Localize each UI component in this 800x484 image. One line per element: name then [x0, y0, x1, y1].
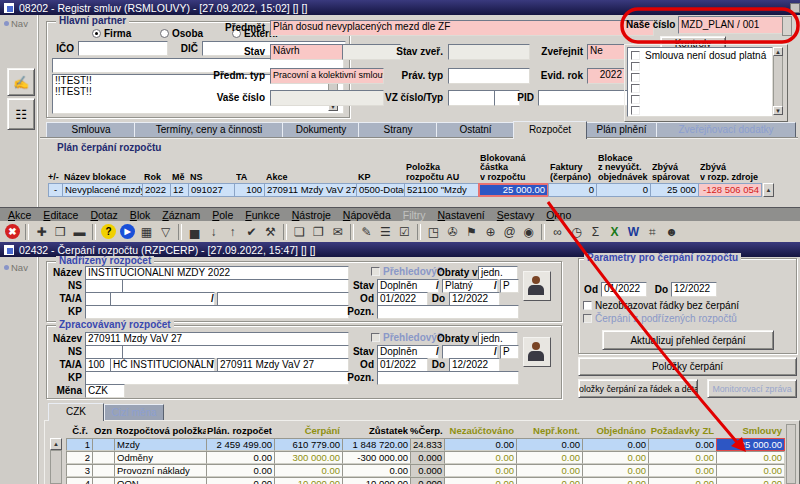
cr-cell[interactable]: 3	[66, 464, 93, 477]
registr-smluv-titlebar[interactable]: 08202 - Registr smluv (RSMLOUVY) - [27.0…	[0, 0, 800, 15]
list-icon[interactable]: ☰	[376, 223, 395, 240]
menu-editace[interactable]: Editace	[43, 209, 78, 221]
keyboard-icon[interactable]: ⌗	[643, 223, 662, 240]
ta-cell[interactable]: 100	[234, 183, 265, 197]
open-window-icon[interactable]: ◳	[424, 223, 443, 240]
predmet-field[interactable]: Plán dosud nevyplacených mezd dle ZF	[270, 20, 654, 36]
nezauctovano-cell[interactable]: 0.00	[444, 451, 517, 464]
close-icon[interactable]: ✖	[5, 224, 20, 239]
zpr-ns1-field[interactable]	[85, 345, 125, 359]
stav-field[interactable]: Návrh	[270, 44, 344, 60]
kp-cell[interactable]: 0500-Dotace	[356, 183, 405, 197]
polozka-cell[interactable]: 521100 "Mzdy	[404, 183, 479, 197]
nad-ta-name-field[interactable]	[110, 292, 215, 306]
report-list-button[interactable]: ☷	[7, 98, 35, 130]
nazev-blokace-cell[interactable]: Nevyplacené mzdy	[62, 183, 143, 197]
person-icon[interactable]: ☻	[662, 223, 681, 240]
save-icon[interactable]: ❒	[51, 223, 70, 240]
nepr-kont-cell[interactable]: 0.00	[516, 451, 583, 464]
menu-funkce[interactable]: Funkce	[245, 209, 279, 221]
nezobrazovat-checkbox[interactable]	[583, 301, 592, 310]
clock-icon[interactable]: ◷	[567, 223, 586, 240]
print-preview-icon[interactable]: ❐	[309, 223, 328, 240]
record-scroll-up-icon[interactable]: ▲	[50, 438, 62, 450]
zpr-obraty-field[interactable]: jedn.	[478, 332, 518, 346]
edit-icon[interactable]: ✎	[357, 223, 376, 240]
nezauctovano-cell[interactable]: 0.00	[444, 438, 517, 451]
sort-asc-icon[interactable]: ↑	[223, 223, 242, 240]
cerpani-cell[interactable]: 300 000.00	[274, 451, 343, 464]
attachment-icon[interactable]: ✇	[443, 223, 462, 240]
sort-desc-icon[interactable]: ↓	[204, 223, 223, 240]
kontroly-item-1[interactable]: Smlouva není dosud platná	[645, 50, 766, 61]
excel-icon[interactable]: X	[605, 223, 624, 240]
menu-dotaz[interactable]: Dotaz	[90, 209, 117, 221]
nad-ta-field[interactable]	[85, 292, 113, 306]
sum-icon[interactable]: Σ	[586, 223, 605, 240]
menu-nastroje[interactable]: Nástroje	[292, 209, 331, 221]
ozn-cell[interactable]	[92, 477, 115, 484]
nezobrazovat-label[interactable]: Nezobrazovat řádky bez čerpání	[595, 300, 739, 311]
zustatek-cell[interactable]: 1 848 720.00	[342, 438, 411, 451]
nad-od-field[interactable]: 01/2022	[377, 292, 428, 306]
tab-plan-plneni[interactable]: Plán plnění	[585, 122, 658, 138]
predm-typ-field[interactable]: Pracovní a kolektivní smlouvy	[270, 68, 384, 84]
plan-cell[interactable]: 2 459 499.00	[206, 438, 275, 451]
epo-stamp-button[interactable]: ✍	[7, 68, 35, 96]
smlouvy-cell[interactable]: 0.00	[716, 451, 785, 464]
chart-icon[interactable]: ▅	[185, 223, 204, 240]
kontroly-scrollbar[interactable]	[773, 47, 783, 115]
calendar-icon[interactable]: ▦	[137, 223, 156, 240]
vase-cislo-field[interactable]	[270, 90, 384, 106]
smlouvy-cell-selected[interactable]: 25 000.00	[716, 438, 785, 451]
ozn-cell[interactable]	[92, 464, 115, 477]
nad-obraty-field[interactable]: jedn.	[478, 266, 518, 280]
polozka-cell[interactable]: OON	[114, 477, 207, 484]
polozky-cerpani-button[interactable]: Položky čerpání	[578, 357, 797, 376]
zustatek-cell[interactable]: -300 000.00	[342, 451, 411, 464]
aktualizuj-button[interactable]: Aktualizuj přehled čerpání	[602, 330, 774, 350]
tab-strany[interactable]: Strany	[358, 122, 438, 138]
me-cell[interactable]: 12	[170, 183, 189, 197]
email-at-icon[interactable]: @	[500, 223, 519, 240]
par-od-field[interactable]: 01/2022	[601, 282, 647, 297]
tab-smlouva[interactable]: Smlouva	[46, 122, 136, 138]
bottom-nav-label[interactable]: Nav	[11, 262, 28, 273]
faktury-cell[interactable]: 0	[548, 183, 597, 197]
zbyva-zdroje-cell[interactable]: -128 506 054	[698, 183, 762, 197]
nad-do-field[interactable]: 12/2022	[449, 292, 500, 306]
nad-person-button[interactable]	[523, 271, 551, 301]
menu-pole[interactable]: Pole	[212, 209, 233, 221]
akce-cell[interactable]: 270911 Mzdy VaV 27	[264, 183, 357, 197]
pct-cell[interactable]: 0.000	[410, 477, 445, 484]
zpr-pozn-field[interactable]	[377, 371, 519, 385]
menu-okno[interactable]: Okno	[546, 209, 571, 221]
delete-record-icon[interactable]: ▬	[70, 223, 89, 240]
pct-cell[interactable]: 0.000	[410, 464, 445, 477]
radio-osoba-label[interactable]: Osoba	[172, 28, 203, 39]
nepr-kont-cell[interactable]: 0.00	[516, 477, 583, 484]
plan-cell[interactable]: 0.00	[206, 464, 275, 477]
nepr-kont-cell[interactable]: 0.00	[516, 438, 583, 451]
objednano-cell[interactable]: 0.00	[582, 477, 649, 484]
zpr-stav1-field[interactable]: Doplněn	[377, 345, 439, 359]
nezauctovano-cell[interactable]: 0.00	[444, 477, 517, 484]
zpr-stav2-field[interactable]	[442, 345, 498, 359]
help-icon[interactable]: ?	[101, 224, 116, 239]
stav-detail-field[interactable]	[342, 44, 401, 60]
scroll-down-icon[interactable]: ▼	[773, 106, 783, 115]
polozka-cell[interactable]: Provozní náklady	[114, 464, 207, 477]
par-do-field[interactable]: 12/2022	[671, 282, 717, 297]
ozn-cell[interactable]	[92, 451, 115, 464]
word-icon[interactable]: W	[624, 223, 643, 240]
rok-cell[interactable]: 2022	[142, 183, 171, 197]
zverejnit-field[interactable]: Ne	[587, 44, 625, 60]
evid-rok-field[interactable]: 2022	[587, 68, 625, 84]
mail-icon[interactable]: ✉	[328, 223, 347, 240]
cr-cell[interactable]: 4	[66, 477, 93, 484]
zpr-akce-field[interactable]: 270911 Mzdy VaV 27	[217, 358, 349, 372]
radio-firma[interactable]	[92, 29, 101, 38]
menu-sestavy[interactable]: Sestavy	[497, 209, 534, 221]
kontroly-checkbox-6[interactable]	[631, 106, 640, 115]
smlouvy-cell[interactable]: 0.00	[716, 464, 785, 477]
